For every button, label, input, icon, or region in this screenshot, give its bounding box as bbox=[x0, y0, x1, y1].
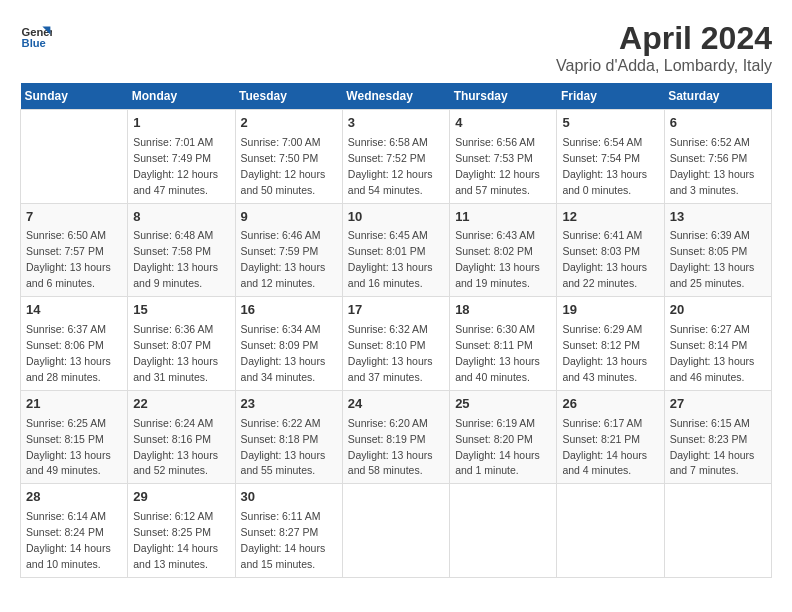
day-number: 6 bbox=[670, 114, 766, 133]
calendar-cell bbox=[557, 484, 664, 578]
calendar-cell: 11Sunrise: 6:43 AM Sunset: 8:02 PM Dayli… bbox=[450, 203, 557, 297]
calendar-cell: 3Sunrise: 6:58 AM Sunset: 7:52 PM Daylig… bbox=[342, 110, 449, 204]
day-info: Sunrise: 6:58 AM Sunset: 7:52 PM Dayligh… bbox=[348, 136, 433, 196]
day-number: 19 bbox=[562, 301, 658, 320]
day-info: Sunrise: 7:01 AM Sunset: 7:49 PM Dayligh… bbox=[133, 136, 218, 196]
day-info: Sunrise: 6:48 AM Sunset: 7:58 PM Dayligh… bbox=[133, 229, 218, 289]
calendar-cell: 27Sunrise: 6:15 AM Sunset: 8:23 PM Dayli… bbox=[664, 390, 771, 484]
day-info: Sunrise: 6:22 AM Sunset: 8:18 PM Dayligh… bbox=[241, 417, 326, 477]
calendar-cell: 28Sunrise: 6:14 AM Sunset: 8:24 PM Dayli… bbox=[21, 484, 128, 578]
day-number: 8 bbox=[133, 208, 229, 227]
day-info: Sunrise: 6:12 AM Sunset: 8:25 PM Dayligh… bbox=[133, 510, 218, 570]
calendar-header-row: SundayMondayTuesdayWednesdayThursdayFrid… bbox=[21, 83, 772, 110]
calendar-cell: 7Sunrise: 6:50 AM Sunset: 7:57 PM Daylig… bbox=[21, 203, 128, 297]
day-info: Sunrise: 6:52 AM Sunset: 7:56 PM Dayligh… bbox=[670, 136, 755, 196]
day-info: Sunrise: 6:54 AM Sunset: 7:54 PM Dayligh… bbox=[562, 136, 647, 196]
logo: General Blue bbox=[20, 20, 52, 52]
calendar-table: SundayMondayTuesdayWednesdayThursdayFrid… bbox=[20, 83, 772, 578]
day-number: 14 bbox=[26, 301, 122, 320]
day-info: Sunrise: 6:45 AM Sunset: 8:01 PM Dayligh… bbox=[348, 229, 433, 289]
day-number: 20 bbox=[670, 301, 766, 320]
day-info: Sunrise: 7:00 AM Sunset: 7:50 PM Dayligh… bbox=[241, 136, 326, 196]
day-info: Sunrise: 6:32 AM Sunset: 8:10 PM Dayligh… bbox=[348, 323, 433, 383]
calendar-week-3: 14Sunrise: 6:37 AM Sunset: 8:06 PM Dayli… bbox=[21, 297, 772, 391]
calendar-week-1: 1Sunrise: 7:01 AM Sunset: 7:49 PM Daylig… bbox=[21, 110, 772, 204]
day-number: 2 bbox=[241, 114, 337, 133]
day-info: Sunrise: 6:14 AM Sunset: 8:24 PM Dayligh… bbox=[26, 510, 111, 570]
calendar-cell: 5Sunrise: 6:54 AM Sunset: 7:54 PM Daylig… bbox=[557, 110, 664, 204]
calendar-cell bbox=[450, 484, 557, 578]
calendar-cell: 6Sunrise: 6:52 AM Sunset: 7:56 PM Daylig… bbox=[664, 110, 771, 204]
day-info: Sunrise: 6:11 AM Sunset: 8:27 PM Dayligh… bbox=[241, 510, 326, 570]
calendar-cell: 4Sunrise: 6:56 AM Sunset: 7:53 PM Daylig… bbox=[450, 110, 557, 204]
calendar-cell: 14Sunrise: 6:37 AM Sunset: 8:06 PM Dayli… bbox=[21, 297, 128, 391]
calendar-cell bbox=[342, 484, 449, 578]
calendar-week-5: 28Sunrise: 6:14 AM Sunset: 8:24 PM Dayli… bbox=[21, 484, 772, 578]
calendar-cell: 23Sunrise: 6:22 AM Sunset: 8:18 PM Dayli… bbox=[235, 390, 342, 484]
day-number: 30 bbox=[241, 488, 337, 507]
page-subtitle: Vaprio d'Adda, Lombardy, Italy bbox=[556, 57, 772, 75]
calendar-cell bbox=[21, 110, 128, 204]
day-info: Sunrise: 6:25 AM Sunset: 8:15 PM Dayligh… bbox=[26, 417, 111, 477]
page-title: April 2024 bbox=[556, 20, 772, 57]
day-number: 28 bbox=[26, 488, 122, 507]
day-info: Sunrise: 6:46 AM Sunset: 7:59 PM Dayligh… bbox=[241, 229, 326, 289]
day-info: Sunrise: 6:24 AM Sunset: 8:16 PM Dayligh… bbox=[133, 417, 218, 477]
day-number: 23 bbox=[241, 395, 337, 414]
day-number: 3 bbox=[348, 114, 444, 133]
header-day-tuesday: Tuesday bbox=[235, 83, 342, 110]
calendar-cell: 16Sunrise: 6:34 AM Sunset: 8:09 PM Dayli… bbox=[235, 297, 342, 391]
calendar-cell: 20Sunrise: 6:27 AM Sunset: 8:14 PM Dayli… bbox=[664, 297, 771, 391]
calendar-cell: 12Sunrise: 6:41 AM Sunset: 8:03 PM Dayli… bbox=[557, 203, 664, 297]
calendar-cell: 15Sunrise: 6:36 AM Sunset: 8:07 PM Dayli… bbox=[128, 297, 235, 391]
day-number: 5 bbox=[562, 114, 658, 133]
day-info: Sunrise: 6:30 AM Sunset: 8:11 PM Dayligh… bbox=[455, 323, 540, 383]
calendar-cell bbox=[664, 484, 771, 578]
day-number: 13 bbox=[670, 208, 766, 227]
day-number: 29 bbox=[133, 488, 229, 507]
day-number: 16 bbox=[241, 301, 337, 320]
day-number: 26 bbox=[562, 395, 658, 414]
header-day-thursday: Thursday bbox=[450, 83, 557, 110]
calendar-cell: 22Sunrise: 6:24 AM Sunset: 8:16 PM Dayli… bbox=[128, 390, 235, 484]
day-number: 27 bbox=[670, 395, 766, 414]
calendar-week-2: 7Sunrise: 6:50 AM Sunset: 7:57 PM Daylig… bbox=[21, 203, 772, 297]
day-number: 18 bbox=[455, 301, 551, 320]
day-info: Sunrise: 6:17 AM Sunset: 8:21 PM Dayligh… bbox=[562, 417, 647, 477]
calendar-cell: 29Sunrise: 6:12 AM Sunset: 8:25 PM Dayli… bbox=[128, 484, 235, 578]
calendar-cell: 24Sunrise: 6:20 AM Sunset: 8:19 PM Dayli… bbox=[342, 390, 449, 484]
calendar-week-4: 21Sunrise: 6:25 AM Sunset: 8:15 PM Dayli… bbox=[21, 390, 772, 484]
day-info: Sunrise: 6:20 AM Sunset: 8:19 PM Dayligh… bbox=[348, 417, 433, 477]
day-number: 4 bbox=[455, 114, 551, 133]
day-number: 10 bbox=[348, 208, 444, 227]
day-number: 11 bbox=[455, 208, 551, 227]
day-number: 1 bbox=[133, 114, 229, 133]
day-info: Sunrise: 6:34 AM Sunset: 8:09 PM Dayligh… bbox=[241, 323, 326, 383]
calendar-cell: 17Sunrise: 6:32 AM Sunset: 8:10 PM Dayli… bbox=[342, 297, 449, 391]
calendar-cell: 9Sunrise: 6:46 AM Sunset: 7:59 PM Daylig… bbox=[235, 203, 342, 297]
calendar-body: 1Sunrise: 7:01 AM Sunset: 7:49 PM Daylig… bbox=[21, 110, 772, 578]
calendar-cell: 26Sunrise: 6:17 AM Sunset: 8:21 PM Dayli… bbox=[557, 390, 664, 484]
calendar-cell: 30Sunrise: 6:11 AM Sunset: 8:27 PM Dayli… bbox=[235, 484, 342, 578]
logo-icon: General Blue bbox=[20, 20, 52, 52]
day-info: Sunrise: 6:36 AM Sunset: 8:07 PM Dayligh… bbox=[133, 323, 218, 383]
calendar-cell: 21Sunrise: 6:25 AM Sunset: 8:15 PM Dayli… bbox=[21, 390, 128, 484]
calendar-cell: 19Sunrise: 6:29 AM Sunset: 8:12 PM Dayli… bbox=[557, 297, 664, 391]
header-day-monday: Monday bbox=[128, 83, 235, 110]
day-number: 21 bbox=[26, 395, 122, 414]
header-day-wednesday: Wednesday bbox=[342, 83, 449, 110]
svg-text:Blue: Blue bbox=[22, 37, 46, 49]
day-number: 22 bbox=[133, 395, 229, 414]
calendar-cell: 10Sunrise: 6:45 AM Sunset: 8:01 PM Dayli… bbox=[342, 203, 449, 297]
day-number: 17 bbox=[348, 301, 444, 320]
day-number: 9 bbox=[241, 208, 337, 227]
header-day-sunday: Sunday bbox=[21, 83, 128, 110]
day-info: Sunrise: 6:27 AM Sunset: 8:14 PM Dayligh… bbox=[670, 323, 755, 383]
page-header: General Blue April 2024 Vaprio d'Adda, L… bbox=[20, 20, 772, 75]
day-number: 15 bbox=[133, 301, 229, 320]
day-info: Sunrise: 6:50 AM Sunset: 7:57 PM Dayligh… bbox=[26, 229, 111, 289]
day-info: Sunrise: 6:41 AM Sunset: 8:03 PM Dayligh… bbox=[562, 229, 647, 289]
calendar-cell: 8Sunrise: 6:48 AM Sunset: 7:58 PM Daylig… bbox=[128, 203, 235, 297]
day-info: Sunrise: 6:15 AM Sunset: 8:23 PM Dayligh… bbox=[670, 417, 755, 477]
calendar-cell: 13Sunrise: 6:39 AM Sunset: 8:05 PM Dayli… bbox=[664, 203, 771, 297]
